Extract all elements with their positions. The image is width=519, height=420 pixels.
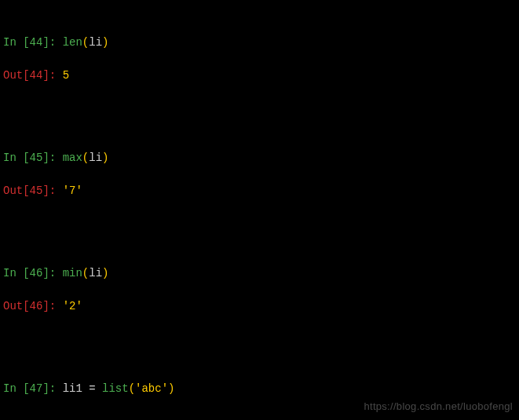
- paren-open: (: [82, 152, 89, 164]
- blank-line: [3, 216, 516, 232]
- paren-open: (: [82, 267, 89, 279]
- paren-close: ): [102, 267, 108, 279]
- in-prompt: In [46]:: [3, 267, 63, 279]
- blank-line: [3, 414, 516, 420]
- cell-44-in: In [44]: len(li): [3, 35, 516, 51]
- paren-close: ): [168, 382, 174, 395]
- out-prompt: Out[46]:: [3, 300, 63, 312]
- out-value: '2': [63, 300, 82, 312]
- watermark-text: https://blog.csdn.net/luobofengl: [364, 399, 513, 415]
- blank-line: [3, 100, 516, 117]
- terminal-output[interactable]: In [44]: len(li) Out[44]: 5 In [45]: max…: [0, 0, 519, 420]
- in-prompt: In [47]:: [3, 382, 63, 395]
- cell-45-out: Out[45]: '7': [3, 183, 516, 199]
- code-func: max: [63, 152, 82, 164]
- code-arg: li: [89, 36, 102, 49]
- paren-close: ): [102, 36, 108, 49]
- blank-line: [3, 331, 516, 348]
- paren-open: (: [129, 382, 135, 395]
- cell-46-out: Out[46]: '2': [3, 298, 516, 315]
- code-str: 'abc': [135, 382, 168, 395]
- cell-46-in: In [46]: min(li): [3, 265, 516, 282]
- in-prompt: In [45]:: [3, 152, 63, 164]
- code-arg: li: [89, 152, 102, 164]
- code-assign: li1 =: [63, 382, 102, 395]
- code-func: list: [102, 382, 129, 395]
- out-value: '7': [63, 184, 82, 197]
- paren-close: ): [102, 152, 108, 164]
- code-func: len: [63, 36, 82, 49]
- cell-45-in: In [45]: max(li): [3, 150, 516, 166]
- code-arg: li: [89, 267, 102, 279]
- cell-47-in: In [47]: li1 = list('abc'): [3, 381, 516, 397]
- paren-open: (: [82, 36, 89, 49]
- out-prompt: Out[44]:: [3, 69, 63, 82]
- code-func: min: [63, 267, 82, 279]
- out-prompt: Out[45]:: [3, 184, 63, 197]
- out-value: 5: [63, 69, 69, 82]
- cell-44-out: Out[44]: 5: [3, 68, 516, 84]
- in-prompt: In [44]:: [3, 36, 63, 49]
